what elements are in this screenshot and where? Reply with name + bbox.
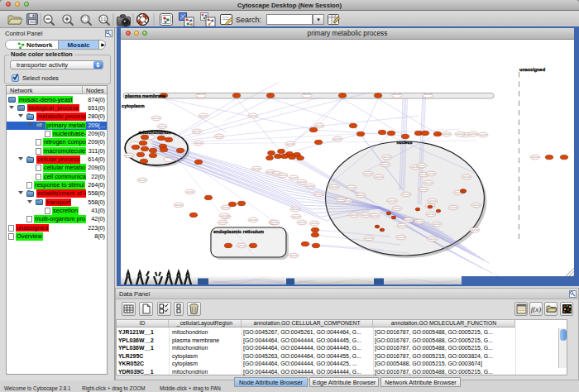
svg-text:GO:00: GO:00 — [331, 185, 338, 189]
svg-text:GO:00: GO:00 — [419, 164, 426, 167]
svg-text:GO:00: GO:00 — [376, 175, 383, 179]
svg-text:GO:00: GO:00 — [428, 172, 435, 175]
svg-text:GO:00: GO:00 — [424, 93, 432, 96]
svg-text:GO:00: GO:00 — [304, 93, 311, 96]
svg-text:GO:00: GO:00 — [292, 208, 299, 211]
svg-text:GO:00: GO:00 — [450, 206, 457, 209]
svg-text:GO:00: GO:00 — [250, 218, 257, 222]
svg-text:nucleus: nucleus — [397, 141, 413, 146]
svg-text:GO:00: GO:00 — [480, 133, 487, 136]
svg-text:GO:00: GO:00 — [238, 244, 246, 247]
svg-text:GO:00: GO:00 — [219, 221, 227, 224]
svg-text:GO:00: GO:00 — [307, 184, 314, 188]
svg-text:cytoplasm: cytoplasm — [122, 103, 145, 109]
svg-text:GO:00: GO:00 — [425, 181, 433, 184]
svg-text:GO:00: GO:00 — [198, 93, 205, 96]
svg-text:GO:00: GO:00 — [221, 214, 228, 218]
svg-text:GO:00: GO:00 — [429, 199, 437, 203]
svg-text:GO:00: GO:00 — [253, 167, 261, 170]
svg-text:GO:00: GO:00 — [271, 221, 279, 224]
svg-text:GO:00: GO:00 — [153, 117, 160, 120]
svg-text:GO:00: GO:00 — [365, 172, 372, 175]
svg-text:GO:00: GO:00 — [416, 220, 423, 223]
svg-text:GO:00: GO:00 — [311, 222, 318, 225]
svg-text:GO:00: GO:00 — [463, 175, 471, 179]
svg-text:GO:00: GO:00 — [471, 228, 479, 232]
svg-text:GO:00: GO:00 — [299, 221, 306, 224]
svg-text:GO:00: GO:00 — [371, 214, 379, 218]
svg-text:GO:00: GO:00 — [394, 207, 401, 210]
svg-text:unassigned: unassigned — [519, 67, 546, 73]
svg-text:GO:00: GO:00 — [351, 213, 358, 217]
svg-text:GO:00: GO:00 — [384, 155, 391, 159]
svg-text:GO:00: GO:00 — [429, 237, 437, 241]
svg-text:GO:00: GO:00 — [357, 194, 365, 197]
svg-text:GO:00: GO:00 — [403, 193, 410, 196]
svg-text:GO:00: GO:00 — [290, 254, 298, 257]
svg-text:mitochondrion: mitochondrion — [138, 130, 171, 136]
svg-text:GO:00: GO:00 — [290, 176, 298, 179]
svg-text:GO:00: GO:00 — [457, 132, 464, 136]
svg-text:GO:00: GO:00 — [250, 114, 257, 117]
svg-text:GO:00: GO:00 — [394, 93, 401, 96]
svg-text:GO:00: GO:00 — [433, 222, 441, 226]
svg-text:GO:00: GO:00 — [126, 154, 133, 157]
svg-text:1:1: 1:1 — [101, 17, 107, 22]
svg-text:GO:00: GO:00 — [405, 218, 413, 222]
svg-text:GO:00: GO:00 — [334, 137, 342, 141]
svg-text:GO:00: GO:00 — [473, 203, 481, 207]
svg-text:f(x): f(x) — [531, 305, 542, 313]
svg-text:GO:00: GO:00 — [223, 206, 230, 209]
svg-text:GO:00: GO:00 — [175, 203, 183, 207]
svg-text:GO:00: GO:00 — [316, 124, 323, 127]
svg-text:GO:00: GO:00 — [389, 199, 396, 203]
svg-text:GO:00: GO:00 — [287, 142, 294, 146]
svg-text:GO:00: GO:00 — [293, 215, 300, 218]
svg-text:GO:00: GO:00 — [299, 180, 306, 184]
svg-text:GO:00: GO:00 — [194, 130, 201, 133]
svg-text:GO:00: GO:00 — [348, 186, 356, 189]
svg-text:GO:00: GO:00 — [216, 135, 223, 138]
svg-text:GO:00: GO:00 — [420, 188, 428, 191]
svg-text:GO:00: GO:00 — [366, 237, 373, 240]
svg-text:GO:00: GO:00 — [382, 163, 390, 166]
svg-text:GO:00: GO:00 — [187, 190, 194, 194]
svg-text:GO:00: GO:00 — [362, 213, 370, 217]
svg-text:GO:00: GO:00 — [280, 174, 287, 177]
svg-text:plasma membrane: plasma membrane — [125, 93, 165, 99]
svg-text:GO:00: GO:00 — [337, 198, 345, 201]
svg-text:GO:00: GO:00 — [139, 179, 146, 182]
svg-text:GO:00: GO:00 — [532, 155, 539, 159]
svg-text:GO:00: GO:00 — [428, 213, 435, 216]
svg-text:GO:00: GO:00 — [399, 224, 406, 227]
svg-text:GO:00: GO:00 — [315, 193, 323, 196]
svg-text:GO:00: GO:00 — [159, 125, 166, 128]
svg-text:GO:00: GO:00 — [200, 114, 208, 117]
svg-text:endoplasmic reticulum: endoplasmic reticulum — [213, 229, 264, 235]
svg-text:GO:00: GO:00 — [398, 236, 405, 239]
svg-text:GO:00: GO:00 — [470, 132, 477, 136]
svg-text:GO:00: GO:00 — [443, 132, 451, 136]
svg-text:GO:00: GO:00 — [195, 141, 203, 145]
